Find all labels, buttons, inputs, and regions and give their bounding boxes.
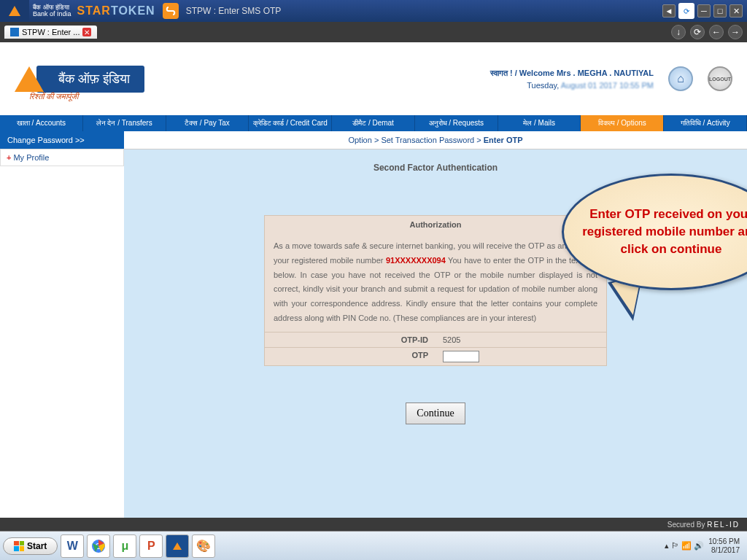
otp-input[interactable]	[443, 351, 479, 362]
bank-logo: बैंक ऑफ़ इंडिया	[15, 66, 144, 93]
maximize-button[interactable]: □	[713, 4, 727, 18]
browser-tabbar: STPW : Enter ... ✕ ↓ ⟳ ← →	[0, 22, 747, 42]
tray-arrow-icon[interactable]: ▴	[665, 541, 669, 551]
nav-item-4[interactable]: डीमैट / Demat	[332, 115, 415, 131]
otp-id-value: 5205	[436, 332, 606, 347]
bank-logo-small	[0, 0, 29, 22]
chrome-icon[interactable]	[87, 534, 110, 558]
powerpoint-icon[interactable]: P	[139, 534, 163, 558]
bank-name: बैंक ऑफ़ इंडिया	[36, 66, 144, 93]
minimize-button[interactable]: ─	[697, 4, 711, 18]
masked-mobile: 91XXXXXXX094	[386, 256, 446, 265]
page-icon	[10, 28, 19, 36]
sync-icon[interactable]: ⟳	[678, 3, 694, 19]
otp-id-label: OTP-ID	[265, 332, 436, 347]
window-title: STPW : Enter SMS OTP	[186, 6, 282, 16]
nav-forward-button[interactable]: →	[728, 25, 743, 39]
tab-label: STPW : Enter ...	[22, 28, 80, 36]
plus-icon: +	[7, 153, 11, 162]
continue-button[interactable]: Continue	[406, 402, 465, 424]
nav-item-7[interactable]: विकल्प / Options	[581, 115, 664, 131]
system-clock[interactable]: 10:56 PM 8/1/2017	[708, 537, 744, 555]
tray-volume-icon[interactable]: 🔊	[694, 541, 704, 551]
nav-item-5[interactable]: अनुरोध / Requests	[415, 115, 498, 131]
auth-message: As a move towards safe & secure internet…	[265, 233, 606, 332]
nav-back-button[interactable]: ←	[709, 25, 724, 39]
welcome-message: स्वागत ! / Welcome Mrs . MEGHA . NAUTIYA…	[490, 69, 654, 90]
windows-icon	[14, 541, 24, 551]
nav-item-6[interactable]: मेल / Mails	[498, 115, 581, 131]
nav-item-1[interactable]: लेन देन / Transfers	[83, 115, 166, 131]
utorrent-icon[interactable]: μ	[113, 534, 136, 558]
bank-tagline: रिश्तों की जमापूंजी	[29, 92, 78, 101]
authorization-box: Authorization As a move towards safe & s…	[264, 215, 607, 366]
tray-flag-icon[interactable]: 🏳	[671, 541, 679, 551]
main-panel: Option > Set Transaction Password > Ente…	[124, 131, 747, 522]
sidebar: Change Password >> + My Profile	[0, 131, 124, 522]
sidebar-my-profile[interactable]: + My Profile	[0, 149, 124, 166]
close-button[interactable]: ✕	[729, 4, 743, 18]
nav-item-0[interactable]: खाता / Accounts	[0, 115, 83, 131]
main-navigation: खाता / Accountsलेन देन / Transfersटैक्स …	[0, 115, 747, 131]
product-name: STARTOKEN	[77, 4, 155, 18]
windows-taskbar: Start W μ P 🎨 ▴ 🏳 📶 🔊 10:56 PM 8/1/2017	[0, 531, 747, 560]
nav-down-button[interactable]: ↓	[671, 25, 686, 39]
link-icon	[163, 3, 179, 19]
app-titlebar: बैंक ऑफ इंडिया Bank of India STARTOKEN S…	[0, 0, 747, 22]
auth-header: Authorization	[265, 216, 606, 233]
startoken-taskbar-icon[interactable]	[166, 534, 189, 558]
nav-item-8[interactable]: गतिविधि / Activity	[664, 115, 747, 131]
start-button[interactable]: Start	[3, 537, 58, 555]
nav-item-3[interactable]: क्रेडिट कार्ड / Credit Card	[249, 115, 332, 131]
back-arrow-icon[interactable]: ◄	[662, 4, 676, 18]
page-content: बैंक ऑफ़ इंडिया रिश्तों की जमापूंजी स्वा…	[0, 42, 747, 522]
bank-header: बैंक ऑफ़ इंडिया रिश्तों की जमापूंजी स्वा…	[0, 42, 747, 115]
word-icon[interactable]: W	[61, 534, 84, 558]
nav-item-2[interactable]: टैक्स / Pay Tax	[166, 115, 249, 131]
tray-network-icon[interactable]: 📶	[681, 541, 692, 551]
home-button[interactable]: ⌂	[668, 66, 693, 91]
bank-brand-text: बैंक ऑफ इंडिया Bank of India	[33, 4, 71, 18]
breadcrumb: Option > Set Transaction Password > Ente…	[124, 131, 747, 149]
otp-label: OTP	[265, 348, 436, 365]
callout-text: Enter OTP received on your registered mo…	[578, 206, 747, 257]
home-icon: ⌂	[677, 72, 684, 85]
nav-refresh-button[interactable]: ⟳	[690, 25, 705, 39]
logout-button[interactable]: LOGOUT	[708, 66, 732, 91]
tab-close-button[interactable]: ✕	[82, 28, 91, 36]
paint-icon[interactable]: 🎨	[192, 534, 215, 558]
sidebar-change-password[interactable]: Change Password >>	[0, 131, 124, 149]
browser-tab[interactable]: STPW : Enter ... ✕	[4, 26, 97, 39]
status-footer: Secured By REL-ID	[0, 518, 747, 531]
system-tray: ▴ 🏳 📶 🔊 10:56 PM 8/1/2017	[665, 537, 744, 555]
